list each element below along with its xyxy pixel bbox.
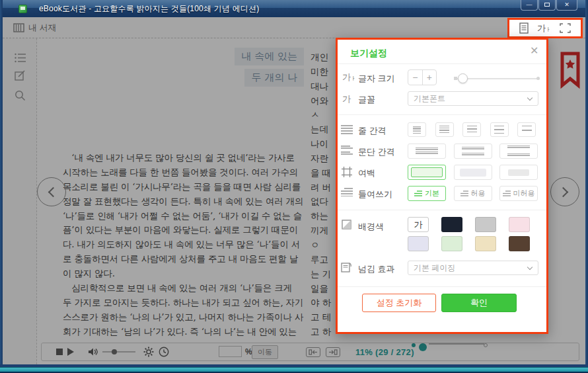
font-family-label: 글꼴: [358, 94, 375, 106]
divider: [338, 63, 546, 64]
line-spacing-label: 줄 간격: [358, 125, 386, 137]
font-family-select[interactable]: 기본폰트: [408, 91, 538, 106]
line-spacing-glyph: [494, 126, 504, 134]
background-color-swatch[interactable]: [475, 236, 496, 251]
margin-options: [408, 165, 538, 180]
margin-option-button[interactable]: [454, 165, 492, 180]
background-color-icon: [342, 220, 351, 229]
panel-close-icon[interactable]: ✕: [530, 44, 538, 57]
line-spacing-glyph: [467, 126, 477, 134]
indent-option-glyph: [460, 190, 468, 197]
page-effect-label: 넘김 효과: [358, 263, 395, 275]
window-title: eBook도서관 - 고요할수록 밝아지는 것들(100쇄 기념 에디션): [39, 3, 259, 15]
slider-end-mark: [536, 77, 540, 80]
view-settings-panel: 보기설정 ✕ 가ㅏ 글자 크기 − + 가 글꼴 기본폰트 줄 간격: [336, 38, 548, 334]
line-spacing-glyph: [413, 126, 421, 134]
paragraph-spacing-icon: [341, 145, 353, 155]
reset-settings-button[interactable]: 설정 초기화: [362, 294, 436, 312]
background-color-swatch[interactable]: [509, 217, 530, 232]
divider: [338, 286, 546, 287]
confirm-button[interactable]: 확인: [441, 294, 517, 312]
margin-icon: [342, 167, 352, 177]
titlebar: eBook도서관 - 고요할수록 밝아지는 것들(100쇄 기념 에디션) — …: [0, 0, 588, 17]
paragraph-spacing-option-button[interactable]: [499, 144, 538, 159]
background-color-swatch[interactable]: 가: [408, 217, 429, 232]
font-size-label: 글자 크기: [358, 73, 395, 85]
background-color-swatches-row1: 가: [408, 217, 530, 232]
font-family-value: 기본폰트: [414, 94, 445, 103]
background-color-swatch[interactable]: [475, 217, 496, 232]
indent-option-label: 미허용: [513, 188, 535, 198]
font-size-decrease-button[interactable]: −: [408, 70, 423, 85]
indent-option-label: 허용: [471, 188, 486, 198]
window-frame-right: [585, 0, 588, 373]
page-effect-value: 기본 페이징: [414, 263, 455, 272]
slider-start-mark: [454, 77, 457, 80]
background-color-swatch[interactable]: [441, 217, 462, 232]
background-color-swatches-row2: [408, 236, 530, 251]
fullscreen-icon[interactable]: [560, 23, 571, 33]
line-spacing-glyph: [439, 126, 449, 134]
paragraph-spacing-options: [408, 144, 538, 159]
font-family-icon: 가: [342, 93, 351, 105]
divider: [338, 210, 546, 210]
page-view-icon[interactable]: [519, 22, 529, 34]
close-button[interactable]: ✕: [556, 0, 577, 11]
margin-option-button[interactable]: [499, 165, 538, 180]
paragraph-spacing-option-button[interactable]: [454, 144, 492, 159]
margin-glyph: [411, 167, 443, 177]
indent-icon: [341, 188, 353, 196]
paragraph-spacing-glyph: [462, 147, 484, 156]
line-spacing-option-button[interactable]: [490, 122, 509, 137]
panel-title: 보기설정: [350, 48, 387, 60]
window-frame-left: [0, 0, 3, 373]
background-color-swatch[interactable]: [509, 236, 530, 251]
page-effect-icon: [341, 262, 351, 272]
margin-label: 여백: [358, 167, 375, 179]
indent-label: 들여쓰기: [358, 188, 392, 200]
app-icon: [18, 5, 27, 13]
indent-options: 기본 허용 미허용: [408, 186, 538, 201]
indent-option-glyph: [414, 190, 422, 197]
taskbar-strip: [0, 367, 588, 372]
paragraph-spacing-glyph: [416, 147, 438, 155]
margin-option-button[interactable]: [408, 165, 446, 180]
indent-option-button[interactable]: 기본: [408, 186, 446, 201]
divider: [338, 114, 546, 115]
margin-glyph: [460, 169, 486, 177]
chevron-down-icon: [527, 95, 533, 101]
line-spacing-option-button[interactable]: [462, 122, 481, 137]
view-tools-highlight: 가ㅏ: [507, 18, 583, 38]
paragraph-spacing-glyph: [507, 145, 530, 157]
slider-handle[interactable]: [458, 73, 468, 83]
line-spacing-option-button[interactable]: [408, 122, 426, 137]
line-spacing-glyph: [522, 126, 532, 134]
margin-glyph: [508, 169, 529, 176]
font-size-increase-button[interactable]: +: [423, 70, 437, 85]
indent-option-glyph: [503, 190, 511, 197]
indent-option-button[interactable]: 허용: [454, 186, 492, 201]
font-size-stepper: − +: [408, 69, 437, 85]
background-color-swatch[interactable]: [408, 236, 429, 251]
maximize-icon: [544, 3, 550, 7]
font-settings-icon[interactable]: 가ㅏ: [537, 24, 551, 32]
maximize-button[interactable]: [538, 0, 556, 11]
line-spacing-icon: [341, 125, 353, 134]
paragraph-spacing-option-button[interactable]: [408, 144, 446, 159]
line-spacing-option-button[interactable]: [517, 122, 536, 137]
background-color-swatch[interactable]: [441, 236, 462, 251]
line-spacing-options: [408, 122, 536, 137]
line-spacing-option-button[interactable]: [435, 122, 454, 137]
paragraph-spacing-label: 문단 간격: [358, 146, 395, 158]
background-color-label: 배경색: [358, 221, 384, 233]
chevron-down-icon: [527, 265, 533, 270]
app-window: eBook도서관 - 고요할수록 밝아지는 것들(100쇄 기념 에디션) — …: [0, 0, 588, 373]
minimize-button[interactable]: —: [521, 0, 538, 11]
font-size-icon: 가ㅏ: [342, 73, 356, 81]
page-effect-select[interactable]: 기본 페이징: [408, 261, 538, 275]
indent-option-label: 기본: [425, 188, 439, 198]
indent-option-button[interactable]: 미허용: [499, 186, 538, 201]
